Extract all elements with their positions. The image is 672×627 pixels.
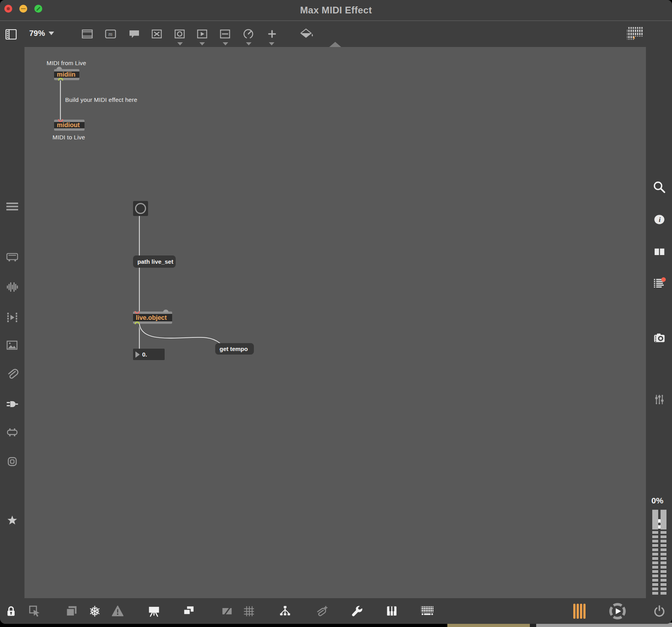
number-variants-dropdown[interactable] <box>223 42 228 45</box>
add-object-plus-icon[interactable] <box>265 27 279 41</box>
image-icon[interactable] <box>5 338 20 353</box>
power-icon[interactable] <box>652 604 666 618</box>
audio-toggle-icon[interactable] <box>608 602 627 621</box>
new-button-icon[interactable] <box>173 27 186 41</box>
paint-bucket-icon[interactable] <box>299 27 315 41</box>
patcher-canvas[interactable]: MIDI from Live Build your MIDI effect he… <box>24 47 646 598</box>
hardware-connector-icon[interactable] <box>5 425 20 440</box>
button-ring <box>135 203 146 214</box>
new-playbar-icon[interactable] <box>195 27 209 41</box>
info-icon[interactable]: i <box>652 212 667 227</box>
level-meter-left <box>652 510 658 596</box>
midi-activity-bars-icon[interactable] <box>573 604 587 618</box>
comment-build-here: Build your MIDI effect here <box>65 96 137 103</box>
level-meter-right <box>661 510 666 596</box>
right-sidebar: i <box>646 47 672 598</box>
presentation-easel-icon[interactable] <box>147 604 161 618</box>
new-comment-icon[interactable] <box>128 27 141 41</box>
plug-icon[interactable] <box>5 396 20 411</box>
toolbar-expand-arrow[interactable] <box>329 42 341 47</box>
paperclip-icon[interactable] <box>5 367 20 382</box>
audio-waveform-icon[interactable] <box>5 280 20 295</box>
message-get-tempo[interactable]: get tempo <box>215 343 254 355</box>
qwerty-keyboard-icon[interactable] <box>420 604 434 618</box>
message-label: get tempo <box>220 345 248 352</box>
new-object-box-icon[interactable] <box>81 27 94 41</box>
svg-text:i: i <box>659 216 661 223</box>
lock-icon[interactable] <box>4 604 18 618</box>
number-box[interactable]: 0. <box>133 349 165 360</box>
patch-cord[interactable] <box>139 323 220 344</box>
warning-triangle-icon[interactable] <box>111 604 125 618</box>
max-patcher-window: Max MIDI Effect 79% <box>0 0 672 624</box>
message-label: path live_set <box>137 258 173 265</box>
sidebar-toggle-icon[interactable] <box>4 28 18 41</box>
number-triangle-icon <box>135 351 140 358</box>
number-value: 0. <box>142 351 147 358</box>
selection-cursor-icon[interactable] <box>28 604 42 618</box>
favorites-star-icon[interactable] <box>5 513 20 528</box>
menu-icon[interactable] <box>5 199 20 214</box>
outlet-connected <box>135 321 140 324</box>
new-toggle-icon[interactable] <box>150 27 163 41</box>
message-path-live-set[interactable]: path live_set <box>133 255 176 268</box>
lessons-camera-icon[interactable] <box>652 331 667 346</box>
mixer-faders-icon[interactable] <box>652 392 667 407</box>
button-variants-dropdown[interactable] <box>177 42 183 45</box>
object-live-object[interactable]: live.object <box>133 312 172 324</box>
chevron-down-icon <box>49 32 54 35</box>
patch-cords <box>24 47 646 598</box>
outlet-bar <box>54 128 84 131</box>
playbar-variants-dropdown[interactable] <box>199 42 205 45</box>
freeze-snowflake-icon[interactable] <box>88 604 102 618</box>
hide-on-lock-icon[interactable] <box>220 604 234 618</box>
object-palette-grid-icon[interactable] <box>626 27 644 40</box>
dial-variants-dropdown[interactable] <box>246 42 252 45</box>
outlet-connected <box>58 78 63 81</box>
svg-text:m: m <box>109 31 113 37</box>
comment-midi-to-live: MIDI to Live <box>53 134 85 141</box>
search-icon[interactable] <box>652 180 667 195</box>
left-sidebar <box>0 47 24 598</box>
reference-columns-icon[interactable] <box>652 244 667 259</box>
bottom-toolbar <box>0 598 672 624</box>
zoom-level-select[interactable]: 79% <box>29 29 54 38</box>
zoom-level-value: 79% <box>29 29 45 38</box>
hierarchy-tree-icon[interactable] <box>278 604 292 618</box>
console-list-icon[interactable] <box>652 275 667 290</box>
screen: Max MIDI Effect 79% <box>0 0 672 627</box>
new-number-box-icon[interactable] <box>218 27 232 41</box>
wrench-tools-icon[interactable] <box>350 604 364 618</box>
grid-icon[interactable] <box>242 604 256 618</box>
video-clip-icon[interactable] <box>5 310 20 325</box>
add-variants-dropdown[interactable] <box>269 42 274 45</box>
duplicate-copies-icon[interactable] <box>182 604 196 618</box>
amp-device-icon[interactable] <box>5 249 20 264</box>
piano-keys-icon[interactable] <box>385 604 399 618</box>
button-object[interactable] <box>133 201 148 216</box>
cpu-usage-label: 0% <box>646 496 669 505</box>
object-midiout[interactable]: midiout <box>54 120 84 131</box>
layers-icon[interactable] <box>64 604 79 618</box>
attach-plus-icon[interactable] <box>315 604 329 618</box>
new-dial-icon[interactable] <box>242 27 255 41</box>
frame-icon[interactable] <box>5 454 20 469</box>
comment-midi-from-live: MIDI from Live <box>47 60 86 66</box>
object-midiin[interactable]: midiin <box>54 69 79 80</box>
window-title: Max MIDI Effect <box>0 5 672 16</box>
titlebar: Max MIDI Effect <box>0 0 672 21</box>
new-message-box-icon[interactable]: m <box>104 27 117 41</box>
